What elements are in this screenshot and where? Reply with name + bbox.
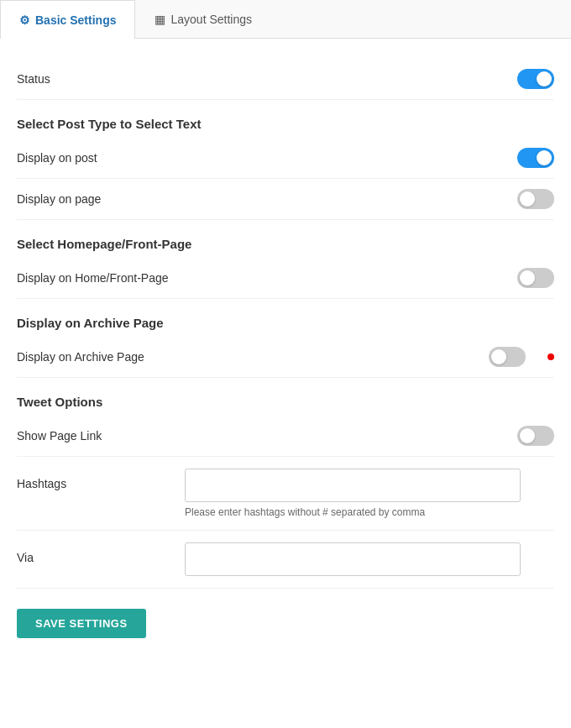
save-button[interactable]: SAVE SETTINGS <box>17 609 146 638</box>
layout-icon: ▦ <box>155 13 165 26</box>
status-toggle[interactable] <box>517 69 554 89</box>
display-archive-row: Display on Archive Page <box>17 337 554 378</box>
tab-basic[interactable]: ⚙ Basic Settings <box>0 0 135 39</box>
tab-basic-label: Basic Settings <box>35 13 116 27</box>
archive-controls <box>489 347 554 367</box>
hashtags-hint: Please enter hashtags without # separate… <box>185 506 554 518</box>
display-post-label: Display on post <box>17 151 97 165</box>
display-page-toggle[interactable] <box>517 189 554 209</box>
via-input[interactable] <box>185 542 521 576</box>
display-archive-label: Display on Archive Page <box>17 350 144 364</box>
archive-section-heading: Display on Archive Page <box>17 299 554 337</box>
display-post-toggle[interactable] <box>517 148 554 168</box>
display-page-row: Display on page <box>17 179 554 220</box>
via-label: Via <box>17 542 185 564</box>
hashtags-input[interactable] <box>185 469 521 502</box>
tab-layout[interactable]: ▦ Layout Settings <box>135 0 271 38</box>
status-slider <box>517 69 554 89</box>
status-label: Status <box>17 72 50 86</box>
hashtags-row: Hashtags Please enter hashtags without #… <box>17 457 554 531</box>
show-page-link-label: Show Page Link <box>17 429 102 443</box>
display-home-row: Display on Home/Front-Page <box>17 258 554 299</box>
display-post-slider <box>517 148 554 168</box>
post-type-section-heading: Select Post Type to Select Text <box>17 100 554 138</box>
display-post-row: Display on post <box>17 138 554 179</box>
gear-icon: ⚙ <box>19 13 30 27</box>
settings-container: ⚙ Basic Settings ▦ Layout Settings Statu… <box>0 0 571 728</box>
tabs-bar: ⚙ Basic Settings ▦ Layout Settings <box>0 0 571 39</box>
tab-layout-label: Layout Settings <box>170 13 252 26</box>
display-home-slider <box>517 268 554 288</box>
homepage-section-heading: Select Homepage/Front-Page <box>17 220 554 258</box>
via-row: Via <box>17 531 554 589</box>
hashtags-label: Hashtags <box>17 469 185 490</box>
display-archive-toggle[interactable] <box>489 347 526 367</box>
archive-red-dot <box>547 354 554 360</box>
display-archive-slider <box>489 347 526 367</box>
display-home-label: Display on Home/Front-Page <box>17 271 169 285</box>
show-page-link-toggle[interactable] <box>517 426 554 446</box>
show-page-link-slider <box>517 426 554 446</box>
display-page-slider <box>517 189 554 209</box>
settings-content: Status Select Post Type to Select Text D… <box>0 39 571 658</box>
archive-row-content: Display on Archive Page <box>17 350 144 364</box>
display-home-toggle[interactable] <box>517 268 554 288</box>
via-content <box>185 542 554 576</box>
hashtags-content: Please enter hashtags without # separate… <box>185 469 554 518</box>
display-page-label: Display on page <box>17 192 101 206</box>
tweet-section-heading: Tweet Options <box>17 378 554 416</box>
status-row: Status <box>17 59 554 100</box>
show-page-link-row: Show Page Link <box>17 416 554 457</box>
save-button-container: SAVE SETTINGS <box>17 589 554 638</box>
